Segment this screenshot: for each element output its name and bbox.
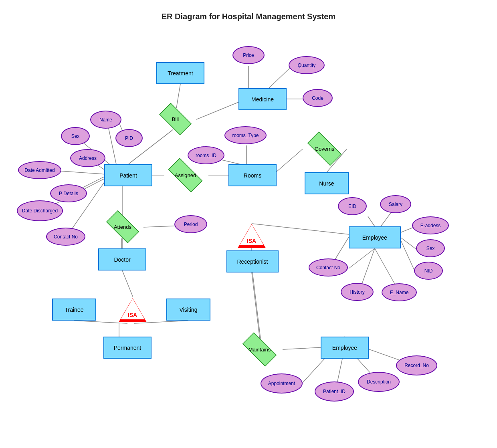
attr-contact-no2: Contact No: [309, 258, 348, 276]
svg-line-4: [196, 102, 238, 119]
attr-salary: Salary: [380, 195, 411, 213]
entity-employee: Employee: [349, 226, 401, 248]
attr-eid: EID: [338, 197, 367, 215]
attr-date-discharged: Date Discharged: [17, 200, 63, 221]
rel-attends: Attends: [101, 215, 144, 238]
entity-employee2: Employee: [321, 337, 369, 359]
entity-treatment: Treatment: [156, 62, 204, 84]
entity-medicine: Medicine: [238, 88, 287, 110]
entity-doctor: Doctor: [98, 248, 146, 270]
attr-appointment: Appointment: [261, 373, 303, 394]
attr-p-details: P Details: [50, 184, 87, 202]
svg-line-32: [401, 240, 415, 271]
attr-record-no: Record_No: [396, 355, 437, 375]
attr-address: Address: [70, 149, 105, 167]
attr-nid: NID: [414, 262, 443, 280]
diagram-title: ER Diagram for Hospital Management Syste…: [162, 12, 336, 21]
svg-line-31: [401, 238, 417, 250]
entity-permanent: Permanent: [103, 337, 152, 359]
attr-period: Period: [174, 215, 207, 233]
svg-line-45: [283, 347, 321, 349]
svg-line-20: [273, 149, 303, 175]
svg-line-3: [176, 84, 180, 108]
attr-price: Price: [232, 46, 265, 64]
entity-rooms: Rooms: [228, 164, 277, 186]
attr-description: Description: [358, 372, 400, 392]
attr-e-address: E-addess: [412, 216, 449, 234]
attr-rooms-id: rooms_ID: [188, 146, 224, 164]
entity-visiting: Visiting: [166, 299, 210, 321]
svg-line-30: [401, 228, 413, 232]
rel-governs: Governs: [301, 137, 347, 160]
rel-maintains: Maintains: [236, 338, 283, 361]
isa-receptionist-employee: ISA: [236, 222, 267, 250]
diagram-canvas: ER Diagram for Hospital Management Syste…: [0, 0, 497, 448]
svg-line-33: [349, 248, 375, 268]
attr-name: Name: [90, 111, 121, 129]
attr-rooms-type: rooms_Type: [224, 126, 267, 144]
attr-quantity: Quantity: [289, 56, 325, 74]
attr-date-admitted: Date Admitted: [18, 161, 61, 179]
attr-e-name: E_Name: [382, 283, 417, 301]
entity-nurse: Nurse: [305, 172, 349, 194]
svg-line-28: [368, 216, 375, 226]
attr-code: Code: [303, 89, 333, 107]
entity-receptionist: Receptionist: [226, 250, 279, 272]
svg-line-11: [61, 171, 106, 174]
rel-bill: Bill: [154, 107, 196, 131]
attr-patient-id: Patient_ID: [315, 381, 354, 402]
svg-line-37: [122, 270, 133, 297]
attr-sex2: Sex: [416, 239, 445, 257]
svg-line-43: [253, 272, 261, 339]
isa-doctor: ISA: [117, 297, 147, 324]
attr-history: History: [341, 283, 374, 301]
entity-trainee: Trainee: [52, 299, 96, 321]
attr-pid: PID: [115, 129, 143, 147]
svg-line-44: [252, 272, 260, 339]
attr-contact-no: Contact No: [46, 228, 85, 246]
entity-patient: Patient: [104, 164, 152, 186]
rel-assigned: Assigned: [162, 163, 208, 187]
attr-sex: Sex: [61, 127, 90, 145]
